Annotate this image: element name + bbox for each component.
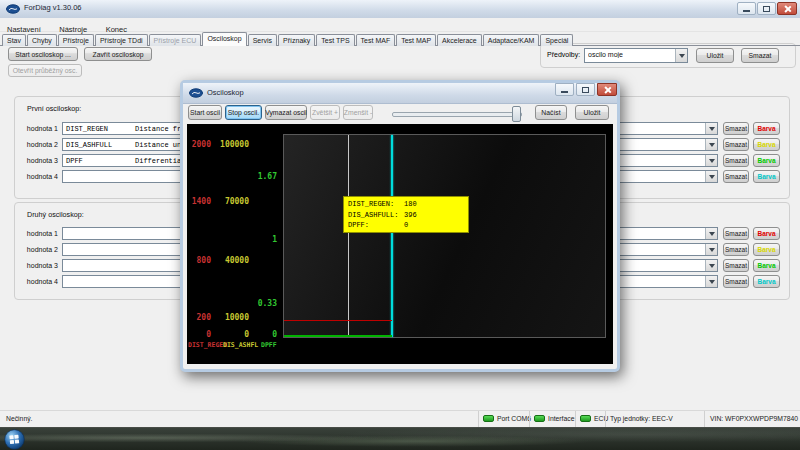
app-logo-icon — [6, 4, 20, 14]
scope1-row2-color-button[interactable]: Barva — [753, 138, 780, 151]
osc-canvas[interactable]: 2000 1400 800 200 0 100000 70000 40000 1… — [187, 124, 613, 364]
tab-pristroje-ecu: Přístroje ECU — [149, 34, 202, 46]
tooltip-label: DIST_REGEN: — [348, 199, 404, 210]
status-separator — [478, 411, 479, 427]
osc-zoom-slider-track[interactable] — [392, 112, 522, 117]
osc-close-button[interactable] — [597, 83, 617, 96]
osc-window-icon — [189, 88, 203, 98]
tab-akcelerace[interactable]: Akcelerace — [437, 34, 482, 46]
signal-dropdown-button[interactable] — [705, 228, 717, 239]
osc-titlebar[interactable]: Osciloskop — [183, 83, 617, 104]
tabstrip: Stav Chyby Přístroje Přístroje TDdi Přís… — [2, 30, 574, 46]
tab-adaptace-kam[interactable]: Adaptace/KAM — [483, 34, 540, 46]
signal-dropdown-button[interactable] — [705, 276, 717, 287]
scope1-row4-color-button[interactable]: Barva — [753, 170, 780, 183]
minimize-icon — [561, 91, 568, 93]
tooltip-label: DPFF: — [348, 220, 404, 231]
green-axis-tick: 0 — [249, 330, 277, 339]
presets-label: Předvolby: — [547, 51, 580, 58]
chevron-down-icon — [709, 280, 715, 284]
tab-chyby[interactable]: Chyby — [27, 34, 57, 46]
maximize-icon — [582, 87, 589, 93]
scope2-row4-color-button[interactable]: Barva — [753, 275, 780, 288]
osc-title: Osciloskop — [207, 88, 244, 97]
preset-combobox[interactable]: oscilo moje — [584, 48, 688, 63]
tab-test-tps[interactable]: Test TPS — [316, 34, 354, 46]
minimize-button[interactable] — [737, 2, 756, 15]
signal-dropdown-button[interactable] — [705, 139, 717, 150]
scope1-row1-color-button[interactable]: Barva — [753, 122, 780, 135]
chevron-down-icon — [709, 143, 715, 147]
tooltip-label: DIS_ASHFULL: — [348, 210, 404, 221]
scope2-row1-color-button[interactable]: Barva — [753, 227, 780, 240]
status-unit-type: Typ jednotky: EEC-V — [610, 415, 673, 422]
signal-dropdown-button[interactable] — [705, 260, 717, 271]
scope1-row3-delete-button[interactable]: Smazat — [723, 154, 749, 167]
tab-servis[interactable]: Servis — [248, 34, 277, 46]
zavrit-osciloskop-button[interactable]: Zavřít osciloskop — [84, 47, 152, 61]
tab-priznaky[interactable]: Příznaky — [278, 34, 315, 46]
tooltip-row: DIS_ASHFULL: 396 — [348, 210, 464, 221]
tab-stav[interactable]: Stav — [2, 34, 26, 46]
osc-load-button[interactable]: Načíst — [535, 105, 567, 120]
tab-pristroje-tddi[interactable]: Přístroje TDdi — [95, 34, 148, 46]
scope1-row4-delete-button[interactable]: Smazat — [723, 170, 749, 183]
cursor-vline — [348, 135, 349, 337]
trace-dist-regen — [284, 320, 392, 321]
red-axis-tick: 800 — [187, 256, 211, 265]
preset-delete-button[interactable]: Smazat — [741, 48, 779, 63]
signal-dropdown-button[interactable] — [705, 244, 717, 255]
scope1-row2-delete-button[interactable]: Smazat — [723, 138, 749, 151]
red-axis-tick: 200 — [187, 313, 211, 322]
scope1-row3-color-button[interactable]: Barva — [753, 154, 780, 167]
tab-test-map[interactable]: Test MAP — [396, 34, 436, 46]
start-button[interactable] — [4, 429, 25, 450]
osc-stop-button[interactable]: Stop oscil. — [225, 105, 262, 120]
close-button[interactable] — [777, 2, 797, 15]
osc-clear-button[interactable]: Vymazat oscil — [265, 105, 307, 120]
osc-plot-area[interactable] — [283, 134, 606, 338]
tab-pristroje[interactable]: Přístroje — [58, 34, 94, 46]
series-label-dist-regen: DIST_REGEN — [188, 341, 227, 349]
red-axis-tick: 0 — [187, 330, 211, 339]
scope2-row4-delete-button[interactable]: Smazat — [723, 275, 749, 288]
green-axis-tick: 1 — [249, 235, 277, 244]
tab-special[interactable]: Speciál — [540, 34, 573, 46]
maximize-button[interactable] — [757, 2, 776, 15]
signal-dropdown-button[interactable] — [705, 171, 717, 182]
preset-value: oscilo moje — [588, 51, 623, 58]
chevron-down-icon — [709, 175, 715, 179]
scope2-row3-label: hodnota 3 — [18, 262, 58, 269]
signal-dropdown-button[interactable] — [705, 123, 717, 134]
tab-osciloskop[interactable]: Osciloskop — [202, 32, 246, 46]
scope2-row1-delete-button[interactable]: Smazat — [723, 227, 749, 240]
preset-dropdown-button[interactable] — [675, 49, 687, 62]
yellow-axis-tick: 10000 — [215, 313, 249, 322]
scope1-row3-label: hodnota 3 — [18, 157, 58, 164]
scope2-row3-delete-button[interactable]: Smazat — [723, 259, 749, 272]
osc-minimize-button[interactable] — [555, 83, 574, 96]
scope2-row2-color-button[interactable]: Barva — [753, 243, 780, 256]
scope2-row3-color-button[interactable]: Barva — [753, 259, 780, 272]
osc-start-button[interactable]: Start oscil — [188, 105, 222, 120]
signal-desc: Distance unt — [135, 141, 185, 149]
tab-test-maf[interactable]: Test MAF — [356, 34, 396, 46]
tooltip-row: DIST_REGEN: 180 — [348, 199, 464, 210]
main-titlebar[interactable]: ForDiag v1.30.06 — [0, 0, 800, 19]
screen: ForDiag v1.30.06 Nastavení Nástroje Kone… — [0, 0, 800, 450]
status-ecu: ECU — [594, 415, 608, 422]
signal-name: DIST_REGEN — [66, 125, 136, 133]
start-osciloskop-button[interactable]: Start osciloskop ... — [8, 47, 78, 61]
signal-dropdown-button[interactable] — [705, 155, 717, 166]
scope2-row2-delete-button[interactable]: Smazat — [723, 243, 749, 256]
preset-save-button[interactable]: Uložit — [696, 48, 734, 63]
scope1-row1-delete-button[interactable]: Smazat — [723, 122, 749, 135]
status-separator — [704, 411, 705, 427]
scope1-row2-label: hodnota 2 — [18, 141, 58, 148]
chevron-down-icon — [709, 159, 715, 163]
osc-maximize-button[interactable] — [576, 83, 595, 96]
osc-save-button[interactable]: Uložit — [575, 105, 609, 120]
statusbar: Nečinný. Port COM6 Interface ECU Typ jed… — [0, 410, 800, 427]
yellow-axis-tick: 0 — [215, 330, 249, 339]
osc-zoom-slider-thumb[interactable] — [512, 106, 521, 122]
